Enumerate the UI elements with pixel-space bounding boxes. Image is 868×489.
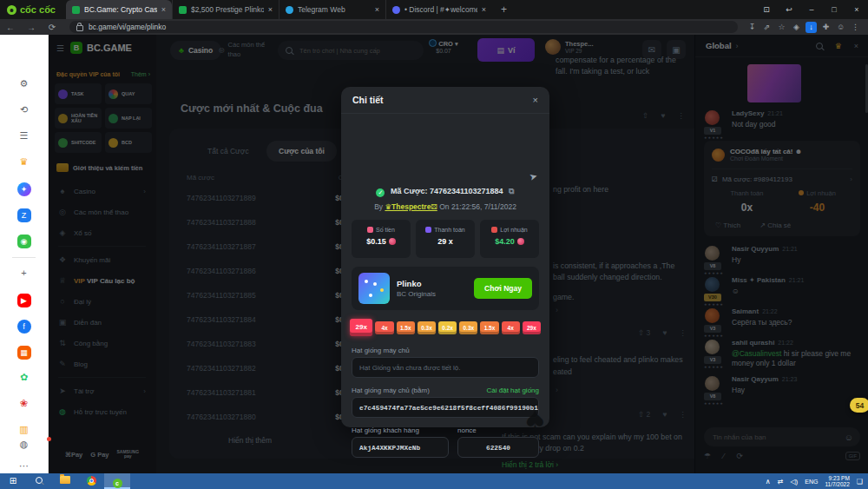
coccoc-taskbar-icon[interactable]: c: [104, 473, 130, 489]
facebook-icon[interactable]: f: [0, 320, 48, 334]
hashed-seed-field[interactable]: e7c459474fa77ae5ce9e6218f5f8ceff4086f991…: [352, 397, 539, 418]
nonce-field[interactable]: 622540: [457, 437, 539, 458]
modal-title: Chi tiết: [352, 95, 384, 105]
sidebar-more-icon[interactable]: ⋯: [0, 460, 48, 472]
settings-icon[interactable]: ⚙: [0, 78, 48, 89]
network-icon[interactable]: ⇄: [778, 478, 784, 486]
maximize-button[interactable]: □: [823, 5, 845, 14]
browser-toolbar-icons: ↧ ⇗ ☆ ◈ ↓ ✚ ☺ ⋮: [745, 22, 863, 33]
tab-close-icon[interactable]: ×: [482, 5, 486, 14]
app-green-icon[interactable]: ✿: [0, 372, 48, 383]
browser-tab[interactable]: • Discord | #✦welcome | BC ×: [385, 0, 492, 19]
browser-tab[interactable]: BC.Game: Crypto Casino Ga ×: [66, 0, 172, 19]
youtube-icon[interactable]: ▶: [0, 294, 48, 307]
multiplier-chip: 0.3x: [459, 321, 477, 334]
tab-close-icon[interactable]: ×: [161, 5, 166, 14]
share-plane-icon[interactable]: ➤: [528, 170, 538, 183]
blue-tool-icon[interactable]: Z: [0, 208, 48, 222]
bcgame-favicon-icon: [72, 6, 80, 14]
verified-check-icon: ✓: [376, 188, 385, 197]
tab-preview-icon[interactable]: ⊡: [755, 5, 778, 14]
bet-author-row: By ♛Thespectre⚄ On 21:22:56, 7/11/2022: [341, 202, 549, 211]
browser-address-bar: ← → ⟳ bc.game/vi/game/plinko ↧ ⇗ ☆ ◈ ↓ ✚…: [0, 19, 868, 35]
start-button[interactable]: ⊞: [0, 473, 26, 489]
screen: ☻ cốc cốc BC.Game: Crypto Casino Ga × $2…: [0, 0, 868, 489]
modal-close-icon[interactable]: ×: [533, 95, 538, 105]
telegram-favicon-icon: [286, 6, 293, 14]
windows-taskbar: ⊞ c ∧ ⇄ ◁) ENG 9:23 PM 11/7/2022 ❏: [0, 473, 868, 489]
adblock-shield-icon[interactable]: ◈: [789, 23, 804, 31]
games-icon[interactable]: ◉: [0, 235, 48, 248]
download-active-icon[interactable]: ↓: [806, 22, 817, 33]
window-controls: ⊡ ↩ – □ ×: [755, 0, 868, 19]
file-explorer-icon[interactable]: [52, 473, 78, 489]
browser-tab[interactable]: Telegram Web ×: [279, 0, 385, 19]
cart-icon[interactable]: ▥: [0, 424, 48, 435]
tab-close-icon[interactable]: ×: [268, 5, 273, 14]
browser-tab[interactable]: $2,500 Prestige Plinko Chall ×: [172, 0, 279, 19]
unread-count-badge[interactable]: 54: [850, 398, 868, 413]
multiplier-chip: 29x: [350, 319, 372, 336]
browser-tab-bar: ☻ cốc cốc BC.Game: Crypto Casino Ga × $2…: [0, 0, 868, 19]
clock[interactable]: 9:23 PM 11/7/2022: [825, 475, 849, 488]
tab-close-icon[interactable]: ×: [375, 5, 379, 14]
divider: [12, 257, 36, 258]
seed-settings-link[interactable]: Cài đặt hạt giống: [487, 387, 540, 394]
forward-icon[interactable]: →: [21, 23, 42, 32]
notification-bell-icon[interactable]: ◍: [0, 439, 48, 450]
multiplier-chip: 1.5x: [397, 321, 415, 334]
messenger-icon[interactable]: ✦: [0, 182, 48, 196]
language-indicator[interactable]: ENG: [805, 479, 818, 485]
app-leaf-icon[interactable]: ❀: [0, 398, 48, 409]
client-seed-field[interactable]: AkjA4XKKPJMXeNb: [352, 437, 449, 458]
profile-icon[interactable]: ☺: [833, 23, 848, 31]
game-row: Plinko BC Originals Chơi Ngay: [352, 267, 539, 310]
stat-icon: [425, 227, 431, 233]
taskbar-search-icon[interactable]: [26, 473, 52, 489]
new-tab-button[interactable]: +: [492, 3, 516, 16]
hidden-icons-chevron[interactable]: ∧: [766, 478, 771, 486]
add-icon[interactable]: +: [0, 268, 48, 278]
back-icon[interactable]: ←: [0, 23, 21, 32]
play-now-button[interactable]: Chơi Ngay: [474, 278, 532, 299]
extensions-icon[interactable]: ✚: [819, 23, 833, 31]
bet-author-link[interactable]: ♛Thespectre⚄: [385, 202, 437, 211]
bcgame-favicon-icon: [179, 6, 187, 14]
close-button[interactable]: ×: [845, 5, 868, 14]
shop-orange-icon[interactable]: ▦: [0, 346, 48, 360]
share-icon[interactable]: ⇗: [760, 23, 774, 31]
reading-list-icon[interactable]: ☰: [0, 130, 48, 142]
restore-tab-icon[interactable]: ↩: [778, 5, 800, 14]
rewards-crown-icon[interactable]: ♛: [0, 156, 48, 168]
copy-icon[interactable]: ⧉: [509, 187, 514, 195]
nonce-label: nonce: [457, 426, 477, 434]
url-box[interactable]: bc.game/vi/game/plinko: [69, 21, 738, 33]
minimize-button[interactable]: –: [800, 5, 823, 14]
client-seed-label: Hạt giống khách hàng: [352, 426, 419, 434]
coin-icon: [389, 238, 396, 245]
url-text[interactable]: bc.game/vi/game/plinko: [89, 23, 166, 31]
history-icon[interactable]: ⟲: [0, 104, 48, 116]
stat-thanh-to-n: Thanh toán 29 x: [416, 220, 475, 258]
stat-icon: [367, 227, 373, 233]
bet-id-row: ✓ Mã Cược: 74762341103271884 ⧉: [341, 187, 549, 197]
bet-stats: Số tiền $0.15 Thanh toán 29 x Lợi nhuận …: [352, 220, 539, 258]
volume-icon[interactable]: ◁): [790, 478, 798, 486]
stat-s-ti-n: Số tiền $0.15: [352, 220, 411, 258]
system-tray: ∧ ⇄ ◁) ENG 9:23 PM 11/7/2022 ❏: [766, 475, 868, 488]
save-page-icon[interactable]: ↧: [745, 23, 760, 31]
multiplier-chip: 4x: [375, 321, 393, 334]
plinko-thumbnail[interactable]: [358, 273, 390, 304]
watermark-icon: ♠: [526, 400, 544, 439]
action-center-icon[interactable]: ❏: [857, 478, 863, 486]
browser-menu-icon[interactable]: ⋮: [848, 23, 863, 31]
lock-icon: [76, 25, 83, 31]
chrome-icon[interactable]: [78, 473, 104, 489]
discord-favicon-icon: [392, 6, 400, 14]
server-seed-label: Hạt giống máy chủ: [352, 347, 410, 354]
multiplier-chip: 4x: [502, 321, 520, 334]
bookmark-star-icon[interactable]: ☆: [774, 23, 789, 31]
reload-icon[interactable]: ⟳: [42, 23, 62, 32]
modal-header: Chi tiết ×: [341, 87, 549, 114]
server-seed-field[interactable]: Hạt Giống vẫn chưa được tiết lộ.: [352, 357, 539, 378]
